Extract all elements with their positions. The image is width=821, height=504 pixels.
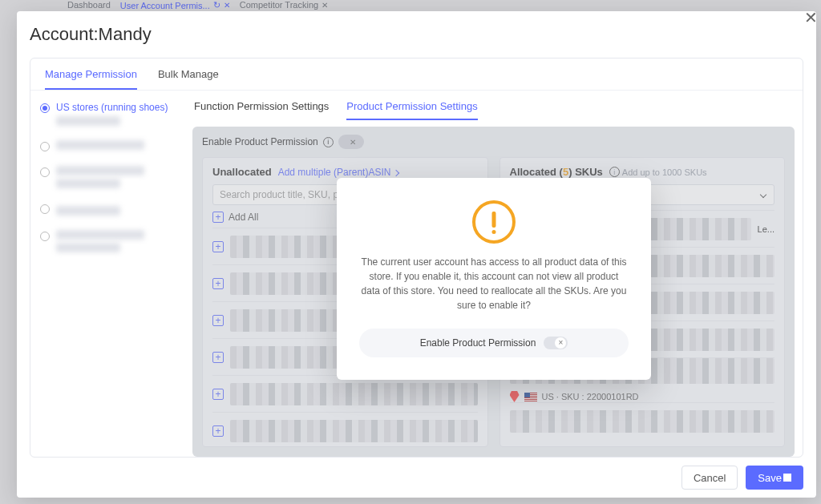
store-item[interactable] [40,230,180,252]
store-item[interactable] [40,203,180,216]
modal-title: Account:Mandy [17,11,816,48]
confirm-dialog: The current user account has access to a… [337,178,651,380]
redacted-text [56,166,144,175]
radio-icon[interactable] [40,142,50,151]
store-list: US stores (running shoes) [30,91,189,457]
radio-icon[interactable] [40,103,50,113]
redacted-text [56,230,144,240]
tab-bulk-manage[interactable]: Bulk Manage [158,68,219,90]
store-item[interactable] [40,166,180,188]
settings-subtabs: Function Permission Settings Product Per… [189,91,803,120]
modal-footer: Cancel Save [17,458,816,498]
radio-icon[interactable] [40,232,50,241]
redacted-text [56,179,120,188]
subtab-product-permission[interactable]: Product Permission Settings [346,100,477,120]
subtab-function-permission[interactable]: Function Permission Settings [194,100,329,120]
radio-icon[interactable] [40,167,50,177]
save-button[interactable]: Save [746,466,803,490]
cancel-button[interactable]: Cancel [681,466,738,490]
toggle-switch[interactable] [544,337,568,349]
redacted-text [56,243,120,252]
close-icon[interactable]: ✕ [804,8,818,27]
dialog-message: The current user account has access to a… [359,255,629,312]
dialog-enable-toggle[interactable]: Enable Product Permission [359,329,629,357]
permission-mode-tabs: Manage Permission Bulk Manage [30,58,803,91]
radio-icon[interactable] [40,204,50,214]
redacted-text [56,140,144,150]
tab-manage-permission[interactable]: Manage Permission [45,68,137,90]
store-item-selected[interactable]: US stores (running shoes) [40,102,180,126]
redacted-text [56,206,120,216]
store-item[interactable] [40,140,180,151]
redacted-text [56,116,120,126]
warning-icon [472,200,516,244]
